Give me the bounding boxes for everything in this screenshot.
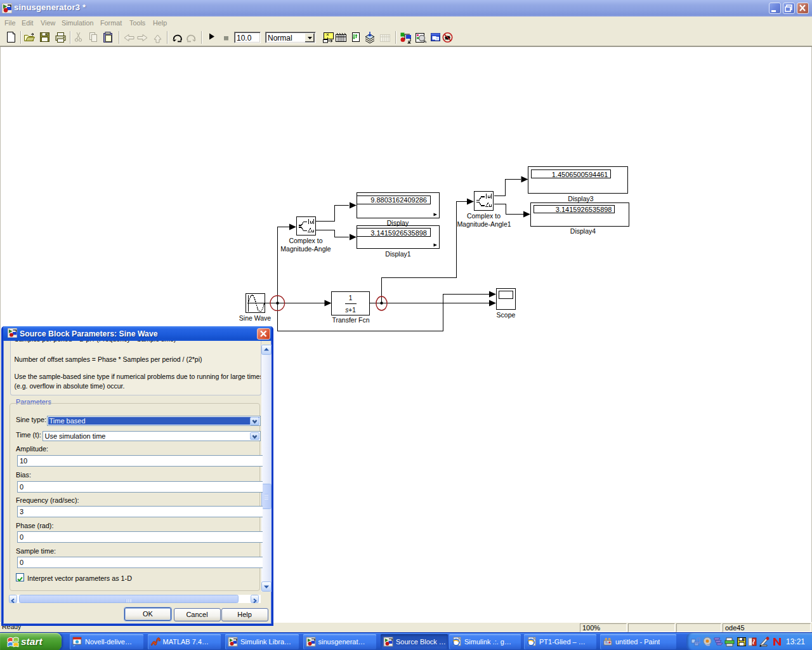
svg-text:3.1415926535898: 3.1415926535898: [370, 229, 427, 237]
svg-text:3.1415926535898: 3.1415926535898: [556, 206, 612, 213]
svg-text:Magnitude-Angle: Magnitude-Angle: [280, 245, 331, 253]
svg-text:9.8803162409286: 9.8803162409286: [370, 196, 427, 204]
svg-text:Display3: Display3: [568, 195, 593, 202]
svg-text:Display4: Display4: [570, 227, 596, 235]
svg-text:Sine Wave: Sine Wave: [239, 314, 272, 322]
svg-text:Complex to: Complex to: [289, 237, 322, 244]
svg-text:Scope: Scope: [497, 311, 516, 319]
svg-text:Display1: Display1: [385, 250, 410, 258]
svg-text:s+1: s+1: [345, 307, 356, 314]
svg-text:Transfer Fcn: Transfer Fcn: [332, 316, 369, 324]
svg-text:Complex to: Complex to: [467, 212, 501, 220]
svg-text:1.4506500594461: 1.4506500594461: [552, 171, 608, 178]
svg-text:Magnitude-Angle1: Magnitude-Angle1: [457, 220, 511, 228]
svg-text:1: 1: [349, 295, 353, 302]
svg-text:Display: Display: [387, 219, 409, 227]
